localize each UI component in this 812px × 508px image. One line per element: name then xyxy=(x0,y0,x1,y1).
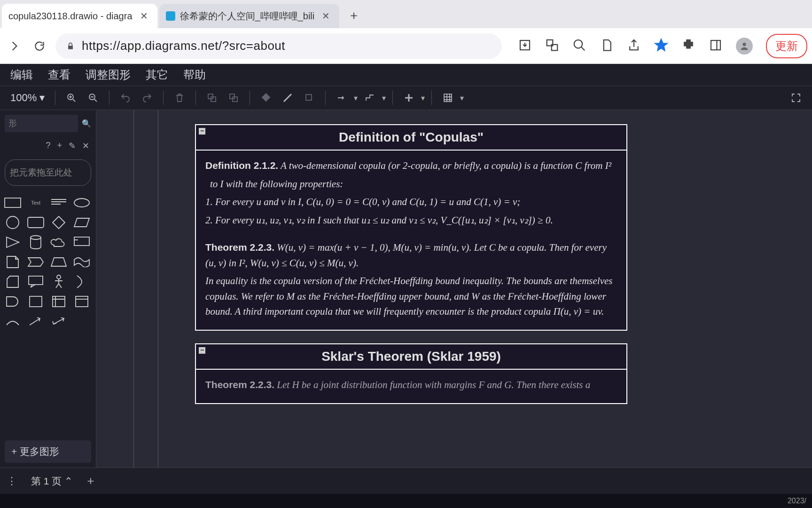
svg-rect-13 xyxy=(233,97,237,102)
shape-callout[interactable] xyxy=(26,274,46,289)
shape-curve[interactable] xyxy=(3,314,23,329)
plus-icon[interactable]: + xyxy=(57,141,62,151)
shape-or[interactable] xyxy=(72,274,92,289)
connection-icon[interactable] xyxy=(332,88,351,107)
document-icon[interactable] xyxy=(600,38,614,54)
search-icon[interactable]: 🔍 xyxy=(82,119,91,128)
shape-ellipse[interactable] xyxy=(72,195,92,210)
add-page-button[interactable]: + xyxy=(87,474,94,488)
close-icon[interactable]: ✕ xyxy=(82,141,89,151)
svg-point-8 xyxy=(742,42,746,46)
diagram-container-copulas[interactable]: − Definition of "Copulas" Definition 2.1… xyxy=(195,124,627,331)
def-text: A two-demensional copula (or 2-copula, o… xyxy=(278,160,611,171)
menu-arrange[interactable]: 调整图形 xyxy=(79,65,137,84)
shapes-sidebar: 🔍 ? + ✎ ✕ 把元素拖至此处 Text xyxy=(0,110,96,468)
status-date: 2023/ xyxy=(788,497,806,505)
menu-help[interactable]: 帮助 xyxy=(177,65,212,84)
url-input[interactable]: https://app.diagrams.net/?src=about xyxy=(55,33,502,59)
add-icon[interactable] xyxy=(399,88,418,107)
to-back-icon[interactable] xyxy=(224,88,243,107)
waypoint-icon[interactable] xyxy=(360,88,379,107)
zoom-in-icon[interactable] xyxy=(62,88,81,107)
shape-container[interactable] xyxy=(72,294,92,309)
shape-arrow[interactable] xyxy=(26,314,46,329)
svg-rect-25 xyxy=(30,296,42,307)
zoom-value: 100% xyxy=(10,92,37,104)
reload-button[interactable] xyxy=(30,37,49,56)
shape-internal[interactable] xyxy=(49,294,69,309)
shape-actor[interactable] xyxy=(49,274,69,289)
shape-cylinder[interactable] xyxy=(26,235,46,250)
undo-icon[interactable] xyxy=(116,88,135,107)
profile-avatar[interactable] xyxy=(736,38,753,55)
shape-step[interactable] xyxy=(26,254,46,270)
translate-icon[interactable] xyxy=(545,38,559,54)
menu-edit[interactable]: 编辑 xyxy=(4,65,39,84)
shape-text[interactable]: Text xyxy=(26,195,46,210)
svg-rect-16 xyxy=(444,94,452,102)
shape-heading[interactable] xyxy=(49,195,69,210)
forward-button[interactable] xyxy=(5,37,23,56)
container-header[interactable]: − Sklar's Theorem (Sklar 1959) xyxy=(196,344,626,370)
more-shapes-button[interactable]: + 更多图形 xyxy=(5,440,91,463)
shape-tape[interactable] xyxy=(72,254,92,270)
zoom-icon[interactable] xyxy=(572,38,586,54)
shape-parallelogram[interactable] xyxy=(72,215,92,230)
close-icon[interactable]: ✕ xyxy=(319,9,333,23)
container-body[interactable]: Theorem 2.2.3. Let H be a joint distribu… xyxy=(196,370,626,403)
menu-view[interactable]: 查看 xyxy=(41,65,77,84)
sidepanel-icon[interactable] xyxy=(709,38,723,54)
diagram-container-sklar[interactable]: − Sklar's Theorem (Sklar 1959) Theorem 2… xyxy=(195,343,627,404)
shape-diamond[interactable] xyxy=(49,215,69,230)
help-icon[interactable]: ? xyxy=(46,141,50,151)
shape-triangle[interactable] xyxy=(3,235,23,250)
shape-search-input[interactable] xyxy=(5,115,78,132)
browser-tab-inactive[interactable]: 徐希蒙的个人空间_哔哩哔哩_bili ✕ xyxy=(159,4,340,28)
diagram-canvas[interactable]: − Definition of "Copulas" Definition 2.1… xyxy=(96,110,812,468)
container-header[interactable]: − Definition of "Copulas" xyxy=(196,125,626,151)
pencil-icon[interactable]: ✎ xyxy=(69,141,76,151)
install-icon[interactable] xyxy=(518,38,532,54)
scratchpad-dropzone[interactable]: 把元素拖至此处 xyxy=(5,159,91,186)
table-icon[interactable] xyxy=(438,88,457,107)
browser-tab-active[interactable]: copula230118.drawio - diagra ✕ xyxy=(2,4,157,28)
update-button[interactable]: 更新 xyxy=(766,34,807,58)
zoom-out-icon[interactable] xyxy=(84,88,102,107)
lock-icon xyxy=(66,41,75,51)
shape-rect[interactable] xyxy=(3,195,23,210)
line-icon[interactable] xyxy=(278,88,297,107)
svg-rect-26 xyxy=(53,296,65,307)
shape-callout-rect[interactable] xyxy=(72,235,92,250)
zoom-select[interactable]: 100% ▾ xyxy=(7,92,48,104)
page-tab[interactable]: 第 1 页 ⌃ xyxy=(25,472,78,491)
to-front-icon[interactable] xyxy=(203,88,221,107)
page-menu-icon[interactable]: ⋮ xyxy=(7,475,17,487)
shadow-icon[interactable] xyxy=(300,88,319,107)
shape-circle[interactable] xyxy=(3,215,23,230)
svg-rect-20 xyxy=(28,217,44,228)
fullscreen-icon[interactable] xyxy=(787,88,805,107)
collapse-icon[interactable]: − xyxy=(199,128,205,135)
redo-icon[interactable] xyxy=(138,88,156,107)
svg-rect-17 xyxy=(5,198,21,207)
fill-icon[interactable] xyxy=(257,88,275,107)
collapse-icon[interactable]: − xyxy=(199,347,205,354)
new-tab-button[interactable]: ＋ xyxy=(339,2,368,28)
shape-and[interactable] xyxy=(3,294,23,309)
shapes-palette: Text xyxy=(0,190,96,436)
share-icon[interactable] xyxy=(627,38,641,54)
menu-extras[interactable]: 其它 xyxy=(139,65,175,84)
shape-trapezoid[interactable] xyxy=(49,254,69,270)
shape-note[interactable] xyxy=(3,254,23,270)
shape-rounded[interactable] xyxy=(26,215,46,230)
shape-cloud[interactable] xyxy=(49,235,69,250)
shape-card[interactable] xyxy=(3,274,23,289)
extensions-icon[interactable] xyxy=(681,38,695,54)
page-tab-bar: ⋮ 第 1 页 ⌃ + xyxy=(0,468,812,494)
shape-datastore[interactable] xyxy=(26,294,46,309)
container-body[interactable]: Definition 2.1.2. A two-demensional copu… xyxy=(196,151,626,330)
close-icon[interactable]: ✕ xyxy=(137,9,151,23)
bookmark-star-icon[interactable] xyxy=(654,38,668,54)
delete-icon[interactable] xyxy=(170,88,189,107)
shape-bidir-arrow[interactable] xyxy=(49,314,69,329)
